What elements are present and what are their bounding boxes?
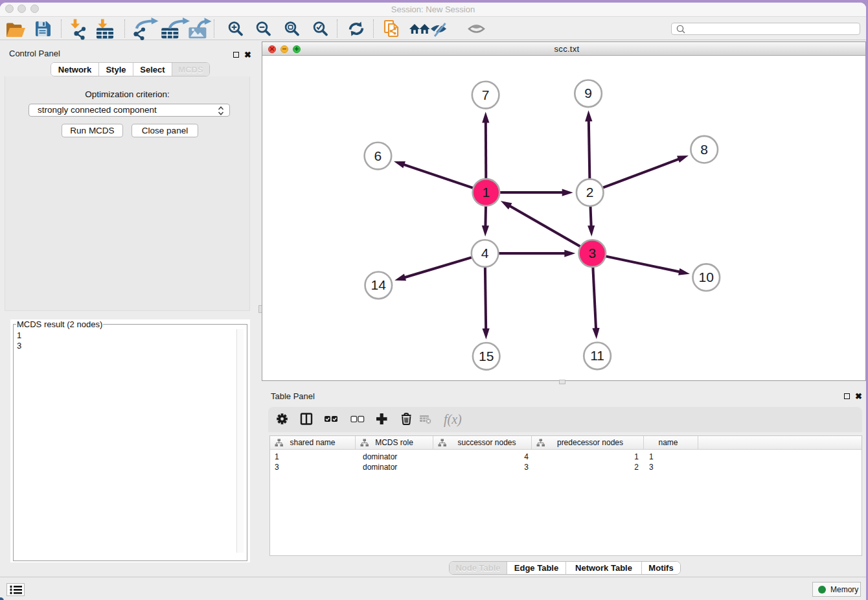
svg-text:f(x): f(x) <box>444 412 462 427</box>
svg-text:8: 8 <box>700 142 708 157</box>
svg-text:3: 3 <box>588 246 596 260</box>
svg-text:2: 2 <box>586 185 594 200</box>
svg-text:14: 14 <box>371 277 387 292</box>
svg-text:7: 7 <box>482 87 490 102</box>
svg-text:6: 6 <box>374 148 382 163</box>
svg-text:9: 9 <box>584 86 592 100</box>
svg-text:11: 11 <box>590 348 604 363</box>
svg-text:15: 15 <box>479 349 494 363</box>
svg-text:1: 1 <box>483 185 490 200</box>
svg-text:4: 4 <box>481 246 489 260</box>
svg-text:10: 10 <box>699 270 714 284</box>
